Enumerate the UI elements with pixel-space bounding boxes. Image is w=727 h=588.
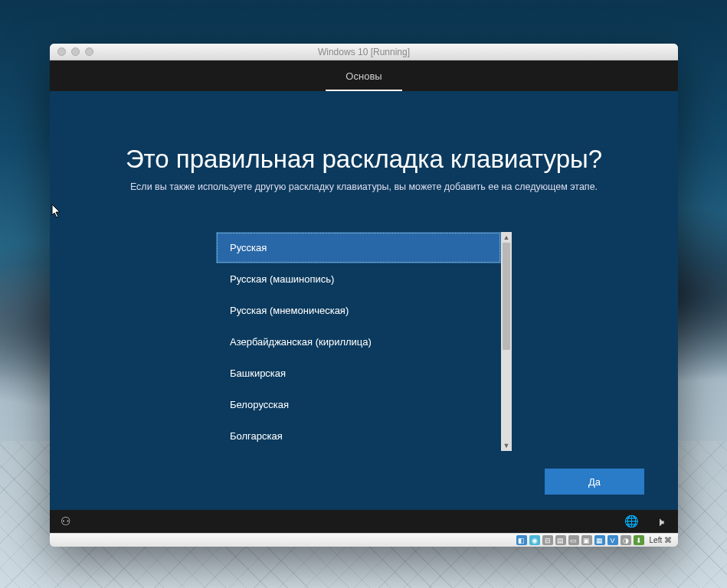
mouse-integration-icon[interactable]: ◑ [621,535,631,545]
list-item[interactable]: Русская (мнемоническая) [216,295,501,326]
oobe-content: Это правильная раскладка клавиатуры? Есл… [50,91,678,510]
audio-icon[interactable]: ▣ [581,535,592,545]
list-item[interactable]: Башкирская [216,358,501,389]
list-item[interactable]: Белорусская [216,389,501,420]
hard-disk-icon[interactable]: ◧ [516,535,527,545]
oobe-bottom-bar: ⚇ 🌐 🕨 [50,510,678,533]
maximize-icon[interactable] [85,47,93,56]
list-item[interactable]: Болгарская [216,420,501,451]
vm-titlebar[interactable]: Windows 10 [Running] [50,44,678,60]
network-icon[interactable]: 🌐 [624,514,639,528]
scroll-down-icon[interactable]: ▼ [501,440,512,451]
ease-of-access-icon[interactable]: ⚇ [61,514,70,528]
video-capture-icon[interactable]: V [607,535,618,545]
mouse-cursor-icon [51,204,62,219]
list-item[interactable]: Азербайджанская (кириллица) [216,326,501,358]
scrollbar[interactable]: ▲ ▼ [501,232,512,451]
page-title: Это правильная раскладка клавиатуры? [126,145,602,174]
optical-disk-icon[interactable]: ◉ [529,535,540,545]
display-icon[interactable]: ▭ [568,535,579,545]
window-controls [50,47,93,56]
yes-button[interactable]: Да [545,469,644,495]
keyboard-layout-list[interactable]: Русская Русская (машинопись) Русская (мн… [216,232,501,451]
keyboard-capture-icon[interactable]: ⬇ [634,535,644,545]
host-key-indicator: Left ⌘ [650,536,672,544]
keyboard-layout-listbox: Русская Русская (машинопись) Русская (мн… [216,232,512,451]
volume-icon[interactable]: 🕨 [656,515,667,528]
tab-basics[interactable]: Основы [326,63,401,91]
vm-window: Windows 10 [Running] Основы Это правильн… [50,44,678,547]
close-icon[interactable] [57,47,66,56]
scroll-thumb[interactable] [503,243,510,350]
vm-title: Windows 10 [Running] [50,47,678,57]
minimize-icon[interactable] [71,47,80,56]
guest-screen: Основы Это правильная раскладка клавиату… [50,60,678,533]
vm-statusbar: ◧ ◉ ⊟ ▤ ▭ ▣ ▦ V ◑ ⬇ Left ⌘ [50,533,678,547]
page-subtitle: Если вы также используете другую расклад… [130,181,598,192]
oobe-tab-bar: Основы [50,60,678,91]
list-item[interactable]: Русская [216,232,501,263]
network-adapter-icon[interactable]: ▦ [594,535,605,545]
scroll-up-icon[interactable]: ▲ [501,232,512,243]
list-item[interactable]: Русская (машинопись) [216,263,501,295]
usb-icon[interactable]: ⊟ [542,535,553,545]
shared-folders-icon[interactable]: ▤ [555,535,566,545]
